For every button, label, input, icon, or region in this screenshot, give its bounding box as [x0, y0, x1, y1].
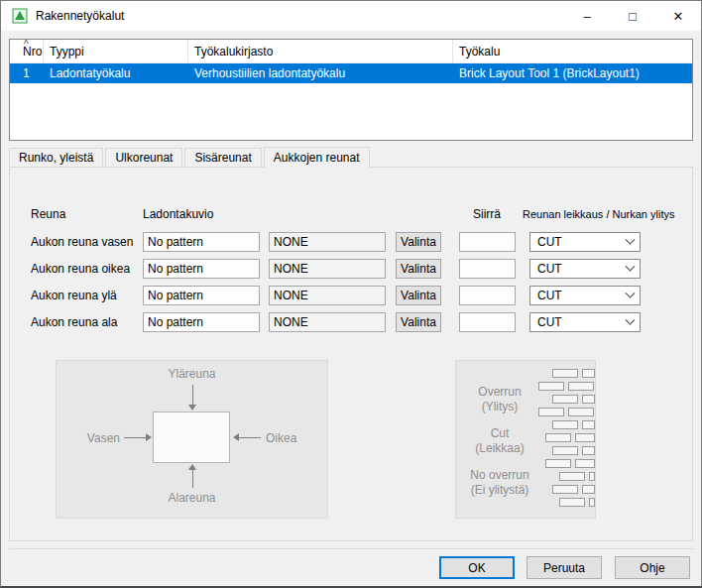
brick — [582, 485, 595, 494]
siirra-field-ala[interactable] — [459, 312, 516, 332]
edge-diagram: Yläreuna Vasen Oikea Alareuna — [56, 360, 328, 519]
column-header-tyyppi[interactable]: Tyyppi — [44, 40, 188, 62]
brick — [545, 459, 571, 468]
valinta-button-ala[interactable]: Valinta — [396, 312, 441, 332]
overrun-subtitle: (Ylitys) — [456, 400, 543, 414]
column-header-tyokalu[interactable]: Työkalu — [453, 40, 692, 62]
tab-panel-aukkojen-reunat: Reuna Ladontakuvio Siirrä Reunan leikkau… — [9, 167, 693, 541]
tab-runko-yleista[interactable]: Runko, yleistä — [9, 148, 103, 168]
cancel-button[interactable]: Peruuta — [526, 556, 602, 579]
table-row[interactable]: 1 Ladontatyökalu Verhoustiilien ladontat… — [10, 63, 692, 83]
cut-select-value: CUT — [537, 315, 562, 329]
pattern-field-yla[interactable] — [143, 286, 260, 305]
brick — [568, 408, 594, 416]
ok-button[interactable]: OK — [439, 556, 515, 579]
maximize-icon: □ — [629, 9, 637, 24]
header-reunan-leikkaus: Reunan leikkaus / Nurkan ylitys — [523, 208, 674, 220]
tab-bar: Runko, yleistä Ulkoreunat Sisäreunat Auk… — [9, 147, 370, 168]
minimize-icon: – — [583, 9, 590, 24]
row-label-oikea: Aukon reuna oikea — [31, 259, 130, 279]
chevron-down-icon — [626, 234, 636, 244]
brick — [589, 472, 595, 481]
arrow-down-icon — [188, 405, 196, 411]
brick — [552, 369, 578, 378]
overrun-title: Overrun — [456, 385, 543, 400]
close-icon: ✕ — [673, 9, 684, 24]
cut-diagram-label-cut: Cut (Leikkaa) — [456, 426, 543, 456]
brick — [552, 485, 578, 494]
diagram-line — [192, 385, 193, 405]
library-field-vasen[interactable] — [269, 232, 386, 252]
minimize-button[interactable]: – — [564, 1, 610, 31]
edge-diagram-rect — [153, 412, 230, 463]
help-button[interactable]: Ohje — [615, 556, 690, 579]
valinta-button-oikea[interactable]: Valinta — [396, 259, 441, 279]
cut-select-ala[interactable]: CUT — [529, 312, 641, 332]
column-header-label: Työkalukirjasto — [194, 45, 273, 59]
window-controls: – □ ✕ — [564, 1, 701, 31]
close-button[interactable]: ✕ — [655, 1, 701, 31]
dialog-rakennetyokalut: Rakennetyökalut – □ ✕ ^ Nro Tyyppi Työka… — [0, 0, 702, 588]
brick — [552, 420, 578, 429]
tab-sisareunat[interactable]: Sisäreunat — [184, 148, 261, 168]
cut-select-vasen[interactable]: CUT — [529, 232, 641, 252]
cut-diagram-label-no-overrun: No overrun (Ei ylitystä) — [456, 468, 543, 498]
brick — [582, 369, 595, 378]
cell-nro: 1 — [10, 63, 44, 83]
pattern-field-oikea[interactable] — [143, 259, 260, 279]
edge-label-right: Oikea — [266, 431, 296, 445]
siirra-field-yla[interactable] — [459, 286, 516, 305]
row-label-ala: Aukon reuna ala — [31, 312, 117, 332]
cut-select-yla[interactable]: CUT — [529, 286, 641, 305]
header-siirra: Siirrä — [473, 207, 501, 221]
brick — [582, 395, 595, 404]
brick — [545, 433, 571, 442]
edge-label-left: Vasen — [74, 431, 120, 445]
valinta-button-vasen[interactable]: Valinta — [396, 232, 441, 252]
cut-select-oikea[interactable]: CUT — [529, 259, 641, 279]
brick — [575, 433, 595, 442]
column-header-nro[interactable]: ^ Nro — [10, 40, 44, 62]
maximize-button[interactable]: □ — [610, 1, 655, 31]
cut-diagram: Overrun (Ylitys) Cut (Leikkaa) No overru… — [455, 360, 596, 519]
siirra-field-oikea[interactable] — [459, 259, 516, 279]
siirra-field-vasen[interactable] — [459, 232, 516, 252]
pattern-field-ala[interactable] — [143, 312, 260, 332]
cell-tyokalu: Brick Layout Tool 1 (BrickLayout1) — [453, 63, 692, 83]
chevron-down-icon — [626, 261, 636, 271]
chevron-down-icon — [626, 288, 636, 297]
library-field-ala[interactable] — [269, 312, 386, 332]
brick — [582, 446, 595, 455]
arrow-right-icon — [146, 433, 152, 441]
edge-label-bottom: Alareuna — [57, 491, 327, 505]
column-header-label: Tyyppi — [50, 45, 84, 59]
diagram-line — [124, 437, 146, 438]
no-overrun-title: No overrun — [456, 468, 543, 483]
app-icon — [12, 8, 28, 24]
row-label-yla: Aukon reuna ylä — [31, 286, 117, 305]
cut-subtitle: (Leikkaa) — [456, 441, 543, 456]
valinta-button-yla[interactable]: Valinta — [396, 286, 441, 305]
header-reuna: Reuna — [31, 207, 65, 221]
brick — [538, 408, 564, 416]
tool-list-header: ^ Nro Tyyppi Työkalukirjasto Työkalu — [10, 40, 692, 63]
library-field-yla[interactable] — [269, 286, 386, 305]
cut-select-value: CUT — [537, 289, 562, 302]
sort-ascending-icon: ^ — [24, 40, 29, 50]
header-ladontakuvio: Ladontakuvio — [143, 207, 213, 221]
pattern-field-vasen[interactable] — [143, 232, 260, 252]
cell-tyokalukirjasto: Verhoustiilien ladontatyökalu — [188, 63, 453, 83]
tab-aukkojen-reunat[interactable]: Aukkojen reunat — [264, 147, 370, 169]
cut-title: Cut — [456, 426, 543, 441]
tool-list: ^ Nro Tyyppi Työkalukirjasto Työkalu 1 L… — [9, 39, 693, 141]
diagram-line — [192, 470, 193, 488]
brick — [559, 498, 585, 507]
tab-ulkoreunat[interactable]: Ulkoreunat — [105, 148, 182, 168]
brick — [589, 498, 595, 507]
brick — [582, 420, 595, 429]
brick — [538, 382, 564, 391]
library-field-oikea[interactable] — [269, 259, 386, 279]
column-header-tyokalukirjasto[interactable]: Työkalukirjasto — [188, 40, 453, 62]
brick — [559, 472, 585, 481]
brick — [575, 459, 595, 468]
